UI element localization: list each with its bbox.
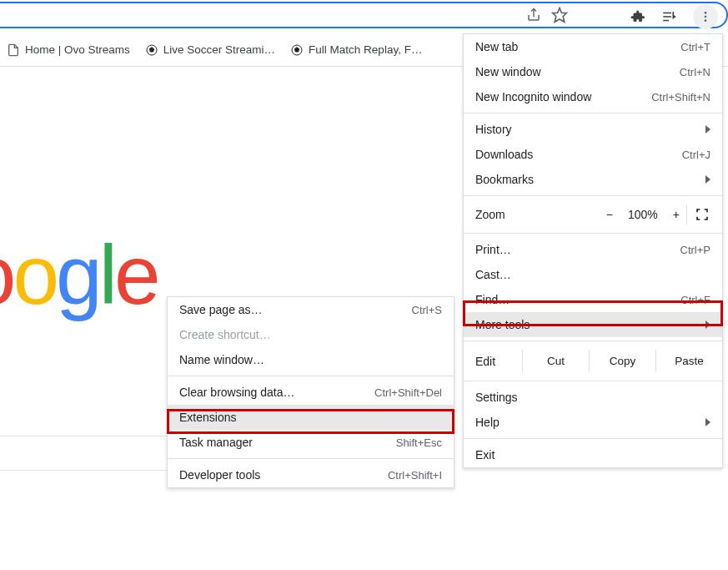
soccer-icon [145, 43, 158, 57]
menu-item-settings[interactable]: Settings [464, 385, 722, 410]
menu-item-new-window[interactable]: New windowCtrl+N [464, 59, 722, 84]
menu-item-edit: Edit Cut Copy Paste [464, 345, 722, 377]
menu-item-developer-tools[interactable]: Developer toolsCtrl+Shift+I [168, 462, 454, 487]
bookmark-label: Full Match Replay, F… [309, 43, 422, 56]
menu-shortcut: Ctrl+S [412, 304, 442, 316]
menu-separator [464, 113, 722, 113]
menu-shortcut: Ctrl+Shift+N [651, 91, 710, 103]
copy-button[interactable]: Copy [589, 350, 655, 372]
svg-marker-0 [553, 8, 567, 23]
menu-item-extensions[interactable]: Extensions [168, 405, 454, 430]
svg-marker-5 [149, 47, 153, 51]
cut-button[interactable]: Cut [522, 350, 589, 372]
zoom-out-button[interactable]: − [606, 208, 613, 221]
address-bar[interactable] [0, 2, 728, 28]
menu-item-history[interactable]: History [464, 117, 722, 142]
menu-item-save-page-as[interactable]: Save page as…Ctrl+S [168, 297, 454, 322]
menu-label: Zoom [475, 208, 505, 221]
svg-point-3 [705, 19, 707, 22]
menu-label: Save page as… [179, 303, 263, 316]
menu-item-find[interactable]: Find…Ctrl+F [464, 287, 722, 312]
svg-point-2 [705, 16, 707, 18]
menu-label: Print… [475, 243, 511, 256]
chevron-right-icon [705, 320, 710, 329]
bookmark-item[interactable]: Home | Ovo Streams [7, 43, 130, 57]
menu-shortcut: Ctrl+N [680, 66, 710, 78]
menu-label: Bookmarks [475, 173, 534, 186]
menu-label: Task manager [179, 436, 253, 449]
menu-separator [168, 458, 454, 459]
svg-marker-7 [294, 47, 299, 51]
menu-item-bookmarks[interactable]: Bookmarks [464, 167, 722, 192]
file-icon [7, 43, 20, 57]
menu-label: Extensions [179, 411, 236, 424]
zoom-value: 100% [628, 208, 658, 221]
menu-label: Downloads [475, 148, 533, 161]
menu-item-more-tools[interactable]: More tools [464, 312, 722, 337]
menu-item-exit[interactable]: Exit [464, 442, 722, 467]
star-icon[interactable] [551, 7, 568, 23]
menu-separator [464, 438, 722, 439]
google-logo: Google [0, 227, 158, 323]
menu-label: Help [475, 416, 500, 429]
chevron-right-icon [705, 175, 710, 184]
paste-button[interactable]: Paste [655, 350, 722, 372]
menu-item-name-window[interactable]: Name window… [168, 347, 454, 372]
menu-shortcut: Ctrl+J [682, 149, 710, 161]
bookmark-label: Home | Ovo Streams [25, 43, 130, 56]
menu-separator [168, 376, 454, 376]
extensions-icon[interactable] [630, 9, 645, 24]
chevron-right-icon [705, 125, 710, 134]
menu-shortcut: Ctrl+Shift+Del [374, 386, 442, 399]
fullscreen-button[interactable] [686, 204, 717, 224]
chrome-main-menu: New tabCtrl+T New windowCtrl+N New Incog… [463, 33, 723, 468]
soccer-icon [290, 43, 304, 57]
menu-shortcut: Ctrl+Shift+I [388, 469, 442, 482]
menu-separator [464, 233, 722, 234]
menu-shortcut: Ctrl+P [680, 244, 710, 256]
menu-item-help[interactable]: Help [464, 410, 722, 435]
menu-label: Clear browsing data… [179, 386, 295, 399]
menu-label: Create shortcut… [179, 328, 271, 341]
bookmark-label: Live Soccer Streami… [163, 43, 275, 56]
menu-separator [464, 195, 722, 196]
menu-label: New Incognito window [475, 90, 591, 103]
menu-label: Name window… [179, 353, 264, 366]
menu-item-new-tab[interactable]: New tabCtrl+T [464, 34, 722, 59]
menu-label: Exit [475, 448, 495, 462]
menu-item-cast[interactable]: Cast… [464, 262, 722, 287]
kebab-menu-icon[interactable] [693, 4, 718, 29]
menu-label: History [475, 123, 512, 136]
share-icon[interactable] [526, 8, 541, 23]
reading-list-icon[interactable] [661, 9, 676, 24]
menu-label: More tools [475, 318, 530, 331]
menu-item-create-shortcut: Create shortcut… [168, 322, 454, 347]
menu-item-task-manager[interactable]: Task managerShift+Esc [168, 430, 454, 455]
menu-shortcut: Ctrl+F [680, 294, 710, 306]
menu-item-downloads[interactable]: DownloadsCtrl+J [464, 142, 722, 167]
chevron-right-icon [705, 418, 710, 426]
svg-point-1 [705, 12, 707, 14]
menu-label: New window [475, 65, 541, 78]
toolbar [0, 0, 728, 32]
menu-shortcut: Ctrl+T [680, 41, 710, 53]
menu-separator [464, 340, 722, 341]
zoom-in-button[interactable]: + [673, 208, 680, 221]
menu-label: Edit [475, 355, 522, 368]
bookmark-item[interactable]: Full Match Replay, F… [290, 43, 422, 57]
menu-separator [464, 381, 722, 381]
menu-label: Settings [475, 391, 518, 404]
menu-item-new-incognito[interactable]: New Incognito windowCtrl+Shift+N [464, 84, 722, 109]
menu-shortcut: Shift+Esc [396, 436, 442, 449]
menu-label: Developer tools [179, 468, 260, 482]
menu-item-clear-browsing-data[interactable]: Clear browsing data…Ctrl+Shift+Del [168, 380, 454, 405]
bookmark-item[interactable]: Live Soccer Streami… [145, 43, 275, 57]
menu-item-zoom: Zoom − 100% + [464, 199, 722, 230]
menu-label: Cast… [475, 268, 511, 281]
menu-label: Find… [475, 293, 510, 306]
menu-item-print[interactable]: Print…Ctrl+P [464, 237, 722, 262]
menu-label: New tab [475, 40, 518, 53]
more-tools-submenu: Save page as…Ctrl+S Create shortcut… Nam… [167, 296, 454, 488]
